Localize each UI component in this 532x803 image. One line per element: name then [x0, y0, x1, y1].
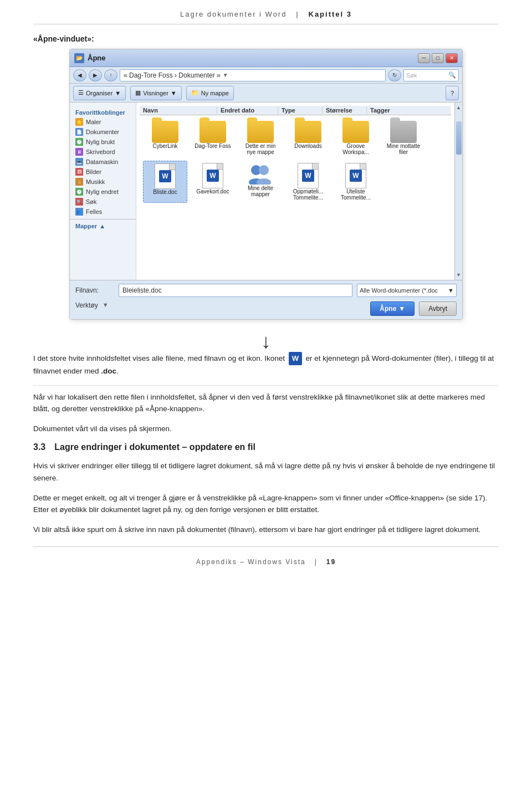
sidebar-item-datamaskin[interactable]: 💻 Datamaskin: [70, 157, 136, 167]
file-label-mine-mottatte: Mine mottatte filer: [383, 143, 423, 155]
file-item-uteliste[interactable]: W Uteliste Tommelite...: [334, 161, 378, 203]
mapper-label: Mapper: [75, 223, 97, 229]
search-placeholder: Søk: [406, 72, 417, 79]
filename-row: Filnavn: Alle Word-dokumenter (*.doc ▼: [75, 284, 457, 297]
nylig-endret-icon: 🕐: [75, 188, 83, 196]
file-label-mine-delte: Mine delte mapper: [241, 185, 280, 197]
filename-input[interactable]: [119, 284, 352, 297]
scroll-down-icon[interactable]: ▼: [456, 272, 461, 278]
file-item-dag-tore[interactable]: Dag-Tore Foss: [191, 119, 235, 157]
file-label-dette-er-min: Dette er min nye mappe: [241, 143, 280, 155]
organiser-dropdown-icon: ▼: [115, 90, 121, 96]
organiser-label: Organiser: [86, 90, 112, 96]
close-button[interactable]: ✕: [446, 53, 458, 63]
word-doc-icon-oppmoeteli: W: [298, 163, 319, 188]
word-badge-oppmoeteli: W: [302, 170, 314, 182]
file-item-downloads[interactable]: Downloads: [286, 119, 330, 157]
file-label-oppmoeteli: Oppmøteli... Tommelite...: [288, 188, 328, 201]
open-button-label: Åpne: [380, 305, 396, 313]
vertical-scrollbar[interactable]: ▲ ▼: [454, 103, 462, 280]
files-grid: CyberLink Dag-Tore Foss Dette er min nye…: [140, 115, 451, 206]
forward-button[interactable]: ▶: [89, 69, 102, 81]
search-box[interactable]: Søk 🔍: [403, 69, 459, 81]
sidebar-item-label-datamaskin: Datamaskin: [86, 158, 118, 165]
sidebar-item-label-nylig-endret: Nylig endret: [86, 188, 119, 195]
file-item-bliste[interactable]: W Bliste.doc: [143, 161, 187, 203]
ny-mappe-button[interactable]: 📁 Ny mappe: [186, 86, 234, 100]
file-label-groove: Groove Workspa...: [336, 143, 376, 155]
titlebar-controls[interactable]: ─ □ ✕: [418, 53, 458, 63]
maximize-button[interactable]: □: [432, 53, 444, 63]
organiser-icon: ☰: [78, 89, 84, 96]
sidebar-item-bilder[interactable]: 🖼 Bilder: [70, 167, 136, 177]
file-item-mine-mottatte[interactable]: Mine mottatte filer: [381, 119, 426, 157]
sidebar-item-label-felles: Felles: [86, 208, 102, 215]
file-item-mine-delte[interactable]: Mine delte mapper: [238, 161, 283, 203]
file-content-area: Navn Endret dato Type Størrelse Tagger C…: [136, 103, 454, 280]
body-paragraph-2: Når vi har lokalisert den rette filen i …: [33, 391, 499, 415]
open-dropdown-icon: ▼: [398, 305, 405, 313]
sidebar-item-label-musikk: Musikk: [86, 178, 105, 185]
minimize-button[interactable]: ─: [418, 53, 430, 63]
bilder-icon: 🖼: [75, 168, 83, 176]
people-icon-mine-delte: [248, 163, 273, 185]
dialog-actions: Verktøy ▼ Åpne ▼ Avbryt: [75, 299, 457, 316]
titlebar-left: 📂 Åpne: [74, 53, 106, 63]
felles-icon: 👥: [75, 208, 83, 216]
sidebar-item-sok[interactable]: 🔍 Søk: [70, 197, 136, 207]
address-path[interactable]: « Dag-Tore Foss › Dokumenter » ▼: [120, 69, 386, 81]
ny-mappe-icon: 📁: [191, 89, 199, 96]
organiser-button[interactable]: ☰ Organiser ▼: [73, 86, 126, 100]
search-icon: 🔍: [448, 71, 456, 79]
cancel-button-label: Avbryt: [428, 305, 447, 313]
sidebar-item-skrivebord[interactable]: 🖥 Skrivebord: [70, 147, 136, 157]
file-item-groove[interactable]: Groove Workspa...: [334, 119, 378, 157]
section-3-3-para-1: Hvis vi skriver endringer eller tillegg …: [33, 460, 499, 484]
sidebar-item-label-bilder: Bilder: [86, 168, 101, 175]
file-item-gavekort[interactable]: W Gavekort.doc: [191, 161, 235, 203]
skrivebord-icon: 🖥: [75, 148, 83, 156]
sidebar-item-label-skrivebord: Skrivebord: [86, 149, 115, 155]
dialog-toolbar: ☰ Organiser ▼ ▦ Visninger ▼ 📁 Ny mappe ?: [70, 84, 462, 103]
sidebar-item-nylig-brukt[interactable]: 🕐 Nylig brukt: [70, 137, 136, 147]
col-header-date: Endret dato: [217, 107, 278, 114]
back-button[interactable]: ◀: [73, 69, 86, 81]
scrollbar-thumb[interactable]: [456, 121, 462, 155]
sidebar-item-maler[interactable]: ⭐ Maler: [70, 117, 136, 127]
header-left: Lagre dokumenter i Word: [180, 10, 287, 18]
sidebar-item-musikk[interactable]: ♫ Musikk: [70, 177, 136, 187]
file-item-dette-er-min[interactable]: Dette er min nye mappe: [238, 119, 283, 157]
file-label-gavekort: Gavekort.doc: [196, 188, 229, 195]
address-bar: ◀ ▶ ↑ « Dag-Tore Foss › Dokumenter » ▼ ↻…: [70, 67, 462, 84]
up-button[interactable]: ↑: [104, 69, 117, 81]
scroll-up-icon[interactable]: ▲: [456, 105, 461, 110]
body-paragraph-1: I det store hvite innholdsfeltet vises a…: [33, 352, 499, 377]
file-item-oppmoeteli[interactable]: W Oppmøteli... Tommelite...: [286, 161, 330, 203]
filetype-dropdown-icon: ▼: [448, 287, 454, 294]
dialog-main-area: Favorittkoblinger ⭐ Maler 📄 Dokumenter 🕐…: [70, 103, 462, 280]
refresh-button[interactable]: ↻: [388, 69, 401, 81]
word-doc-icon-uteliste: W: [345, 163, 366, 188]
address-path-text: « Dag-Tore Foss › Dokumenter »: [124, 71, 221, 79]
dialog-bottom-bar: Filnavn: Alle Word-dokumenter (*.doc ▼ V…: [70, 280, 462, 319]
svg-point-1: [259, 165, 269, 175]
file-item-cyberlink[interactable]: CyberLink: [143, 119, 187, 157]
mapper-header[interactable]: Mapper ▲: [70, 222, 136, 231]
visninger-button[interactable]: ▦ Visninger ▼: [130, 86, 182, 100]
file-label-dag-tore: Dag-Tore Foss: [195, 143, 231, 149]
folder-icon-downloads: [295, 121, 321, 143]
cancel-button[interactable]: Avbryt: [419, 301, 457, 316]
sidebar-item-felles[interactable]: 👥 Felles: [70, 207, 136, 217]
visninger-label: Visninger: [143, 90, 168, 96]
sidebar-item-nylig-endret[interactable]: 🕐 Nylig endret: [70, 187, 136, 197]
open-button[interactable]: Åpne ▼: [370, 301, 415, 316]
page-header: Lagre dokumenter i Word | Kapittel 3: [33, 0, 499, 24]
folder-icon-dette-er-min: [247, 121, 274, 143]
address-dropdown-icon: ▼: [223, 72, 228, 78]
filetype-value: Alle Word-dokumenter (*.doc: [360, 287, 438, 294]
help-button[interactable]: ?: [446, 86, 459, 100]
visninger-icon: ▦: [135, 89, 141, 96]
filetype-select[interactable]: Alle Word-dokumenter (*.doc ▼: [357, 284, 457, 297]
sok-icon: 🔍: [75, 198, 83, 206]
sidebar-item-dokumenter[interactable]: 📄 Dokumenter: [70, 127, 136, 137]
